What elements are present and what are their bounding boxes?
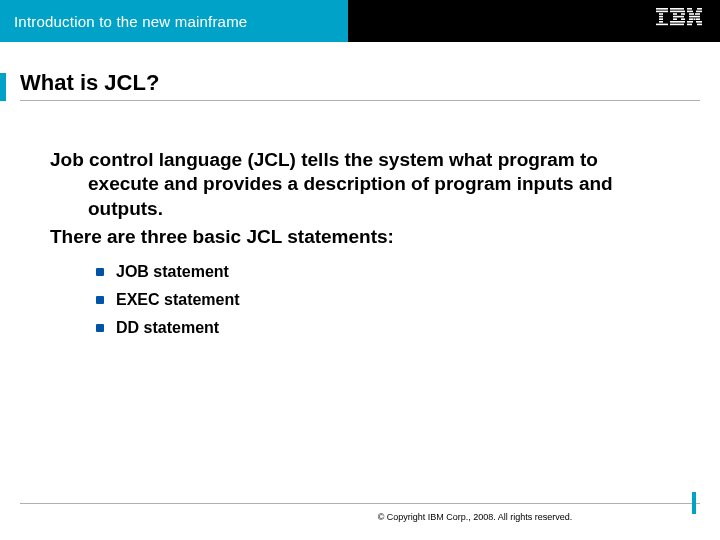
svg-rect-4 <box>659 18 663 20</box>
svg-rect-25 <box>696 18 700 20</box>
title-accent <box>0 73 6 101</box>
bullet-label: EXEC statement <box>116 291 240 309</box>
svg-rect-13 <box>681 18 685 20</box>
bullet-icon <box>96 268 104 276</box>
slide-title: What is JCL? <box>20 70 159 96</box>
svg-rect-29 <box>697 24 702 26</box>
svg-rect-0 <box>656 8 668 10</box>
footer-rule <box>20 503 700 504</box>
svg-rect-24 <box>694 18 696 20</box>
svg-rect-20 <box>689 13 694 15</box>
svg-rect-9 <box>673 13 677 15</box>
svg-rect-22 <box>689 16 700 18</box>
paragraph-1-text: Job control language (JCL) tells the sys… <box>50 148 660 221</box>
bullet-icon <box>96 296 104 304</box>
svg-rect-7 <box>670 8 684 10</box>
svg-rect-15 <box>670 24 684 26</box>
svg-rect-10 <box>681 13 685 15</box>
svg-rect-23 <box>689 18 693 20</box>
list-item: EXEC statement <box>96 291 660 309</box>
svg-rect-16 <box>687 8 692 10</box>
svg-rect-11 <box>673 16 684 18</box>
svg-rect-3 <box>659 16 663 18</box>
svg-rect-2 <box>659 13 663 15</box>
title-rule <box>20 100 700 101</box>
bullet-label: DD statement <box>116 319 219 337</box>
list-item: JOB statement <box>96 263 660 281</box>
svg-rect-28 <box>687 24 692 26</box>
svg-rect-19 <box>696 11 702 13</box>
svg-rect-8 <box>670 11 685 13</box>
svg-rect-17 <box>697 8 702 10</box>
bullet-icon <box>96 324 104 332</box>
svg-rect-12 <box>673 18 677 20</box>
slide-body: Job control language (JCL) tells the sys… <box>50 148 660 347</box>
svg-rect-5 <box>659 21 663 23</box>
footer-accent <box>692 492 696 514</box>
svg-rect-14 <box>670 21 685 23</box>
svg-rect-1 <box>656 11 668 13</box>
svg-rect-18 <box>687 11 693 13</box>
svg-rect-6 <box>656 24 668 26</box>
bullet-label: JOB statement <box>116 263 229 281</box>
svg-rect-27 <box>696 21 702 23</box>
list-item: DD statement <box>96 319 660 337</box>
copyright-text: © Copyright IBM Corp., 2008. All rights … <box>0 512 720 522</box>
ibm-logo <box>656 8 702 26</box>
svg-rect-26 <box>687 21 693 23</box>
paragraph-1: Job control language (JCL) tells the sys… <box>50 148 660 221</box>
bullet-list: JOB statement EXEC statement DD statemen… <box>50 263 660 337</box>
header-left: Introduction to the new mainframe <box>0 0 348 42</box>
slide-container: Introduction to the new mainframe <box>0 0 720 540</box>
paragraph-2: There are three basic JCL statements: <box>50 225 660 249</box>
header-title: Introduction to the new mainframe <box>14 13 247 30</box>
svg-rect-21 <box>695 13 700 15</box>
